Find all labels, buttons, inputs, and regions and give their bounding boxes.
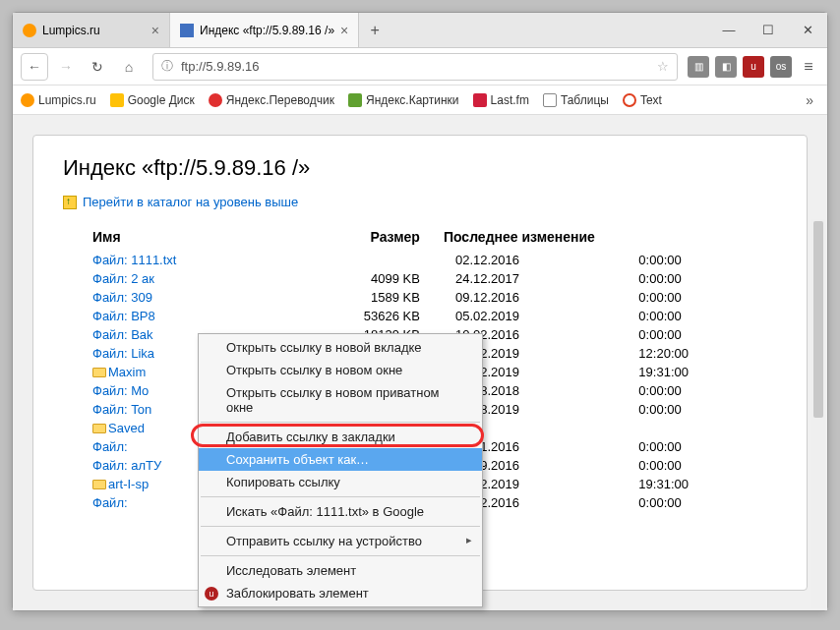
toolbar: ← → ↻ ⌂ ⓘ ftp://5.9.89.16 ☆ ▥ ◧ u os ≡ <box>13 48 827 86</box>
toolbar-addons: ▥ ◧ u os ≡ <box>688 56 819 78</box>
file-link[interactable]: BP8 <box>131 309 155 323</box>
context-menu-item[interactable]: Заблокировать элементu <box>199 582 482 604</box>
table-row: Файл: 1111.txt02.12.20160:00:00 <box>63 251 777 269</box>
file-time: 0:00:00 <box>599 325 777 344</box>
context-menu-item[interactable]: Копировать ссылку <box>199 471 482 493</box>
column-modified[interactable]: Последнее изменение <box>440 223 777 251</box>
page-title: Индекс «ftp://5.9.89.16 /» <box>63 155 777 181</box>
star-icon[interactable]: ☆ <box>657 59 669 74</box>
minimize-button[interactable]: — <box>709 13 749 47</box>
bookmark-favicon <box>623 93 636 107</box>
new-tab-button[interactable]: + <box>359 13 390 47</box>
file-link[interactable]: алТУ <box>131 458 161 473</box>
bookmark-lastfm[interactable]: Last.fm <box>473 93 529 107</box>
bookmark-favicon <box>209 93 222 107</box>
file-prefix: Файл: <box>92 290 128 305</box>
bookmark-text[interactable]: Text <box>623 93 662 107</box>
scrollbar[interactable] <box>811 219 825 608</box>
menu-button[interactable]: ≡ <box>798 56 819 78</box>
bookmarks-overflow[interactable]: » <box>800 92 819 108</box>
forward-button[interactable]: → <box>52 53 80 81</box>
context-menu-item[interactable]: Искать «Файл: 1111.txt» в Google <box>199 500 482 523</box>
tab-ftp-index[interactable]: Индекс «ftp://5.9.89.16 /» × <box>170 13 359 47</box>
file-link[interactable]: Ton <box>131 402 151 417</box>
folder-icon <box>543 93 557 107</box>
file-time: 0:00:00 <box>599 269 777 288</box>
bookmark-favicon <box>21 93 34 107</box>
context-menu-item[interactable]: Добавить ссылку в закладки <box>199 426 482 448</box>
table-row: Файл: 3091589 KB09.12.20160:00:00 <box>63 288 777 307</box>
bookmark-tables[interactable]: Таблицы <box>543 93 609 107</box>
context-menu: Открыть ссылку в новой вкладкеОткрыть сс… <box>198 333 483 607</box>
home-button[interactable]: ⌂ <box>115 53 143 81</box>
file-size <box>287 251 440 269</box>
library-icon[interactable]: ▥ <box>688 56 709 78</box>
scrollbar-thumb[interactable] <box>813 221 823 418</box>
sidebar-icon[interactable]: ◧ <box>715 56 737 78</box>
file-time: 0:00:00 <box>599 288 777 307</box>
folder-link[interactable]: Saved <box>108 421 145 435</box>
tab-label: Индекс «ftp://5.9.89.16 /» <box>200 24 334 37</box>
file-time: 0:00:00 <box>599 381 777 400</box>
tab-label: Lumpics.ru <box>42 24 100 37</box>
file-link[interactable]: Bak <box>131 327 152 342</box>
back-button[interactable]: ← <box>21 53 48 81</box>
separator <box>201 422 480 423</box>
tab-favicon <box>180 24 194 37</box>
close-icon[interactable]: × <box>151 23 159 38</box>
reload-button[interactable]: ↻ <box>84 53 111 81</box>
file-time: 0:00:00 <box>599 400 777 419</box>
info-icon[interactable]: ⓘ <box>161 58 173 75</box>
bookmark-yandex-images[interactable]: Яндекс.Картинки <box>348 93 459 107</box>
column-name[interactable]: Имя <box>63 223 287 251</box>
context-menu-item[interactable]: Исследовать элемент <box>199 559 482 582</box>
bookmark-lumpics[interactable]: Lumpics.ru <box>21 93 96 107</box>
file-time: 0:00:00 <box>599 456 777 475</box>
table-row: Файл: 2 ак4099 KB24.12.20170:00:00 <box>63 269 777 288</box>
bookmark-favicon <box>110 93 124 107</box>
url-bar[interactable]: ⓘ ftp://5.9.89.16 ☆ <box>152 53 678 81</box>
folder-link[interactable]: Maxim <box>108 365 146 379</box>
ublock-icon[interactable]: u <box>743 56 764 78</box>
maximize-button[interactable]: ☐ <box>749 13 788 47</box>
bookmark-google-drive[interactable]: Google Диск <box>110 93 195 107</box>
file-date: 09.12.2016 <box>440 288 599 307</box>
file-time: 12:20:00 <box>599 344 777 363</box>
folder-link[interactable]: art-I-sp <box>108 477 149 491</box>
file-time: 19:31:00 <box>599 363 777 381</box>
file-time: 0:00:00 <box>599 493 777 512</box>
context-menu-item[interactable]: Открыть ссылку в новой вкладке <box>199 336 482 359</box>
bookmarks-bar: Lumpics.ru Google Диск Яндекс.Переводчик… <box>13 86 827 115</box>
context-menu-item[interactable]: Отправить ссылку на устройство <box>199 530 482 552</box>
ublock-icon: u <box>205 587 218 601</box>
file-prefix: Файл: <box>92 271 128 286</box>
file-link[interactable]: Mo <box>131 383 149 398</box>
close-button[interactable]: ✕ <box>788 13 827 47</box>
table-row: Файл: BP853626 KB05.02.20190:00:00 <box>63 307 777 325</box>
file-link[interactable]: Lika <box>131 346 154 361</box>
context-menu-item[interactable]: Открыть ссылку в новом окне <box>199 359 482 381</box>
up-directory-link[interactable]: Перейти в каталог на уровень выше <box>63 195 777 209</box>
file-prefix: Файл: <box>92 439 128 454</box>
column-size[interactable]: Размер <box>287 223 440 251</box>
context-menu-item[interactable]: Сохранить объект как… <box>199 448 482 471</box>
file-link[interactable]: 1111.txt <box>131 253 176 267</box>
tab-lumpics[interactable]: Lumpics.ru × <box>13 13 170 47</box>
extension-icon[interactable]: os <box>770 56 792 78</box>
titlebar: Lumpics.ru × Индекс «ftp://5.9.89.16 /» … <box>13 13 827 48</box>
bookmark-favicon <box>348 93 362 107</box>
file-link[interactable]: 309 <box>131 290 152 305</box>
folder-icon <box>92 424 106 433</box>
browser-window: Lumpics.ru × Индекс «ftp://5.9.89.16 /» … <box>12 12 828 611</box>
file-link[interactable]: 2 ак <box>131 271 154 286</box>
file-size: 1589 KB <box>287 288 440 307</box>
context-menu-item[interactable]: Открыть ссылку в новом приватном окне <box>199 381 482 419</box>
close-icon[interactable]: × <box>340 23 348 38</box>
file-size: 4099 KB <box>287 269 440 288</box>
file-prefix: Файл: <box>92 253 128 267</box>
bookmark-yandex-translate[interactable]: Яндекс.Переводчик <box>209 93 334 107</box>
url-text: ftp://5.9.89.16 <box>181 59 260 74</box>
file-time <box>599 419 777 437</box>
file-size: 53626 KB <box>287 307 440 325</box>
file-time: 0:00:00 <box>599 307 777 325</box>
